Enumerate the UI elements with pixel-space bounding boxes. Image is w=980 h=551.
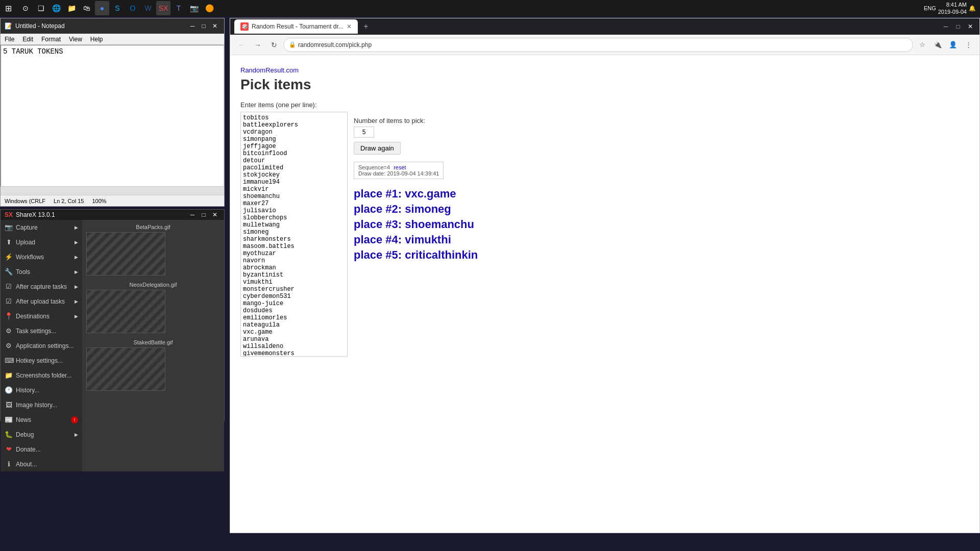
notepad-close[interactable]: ✕ [210, 21, 220, 31]
sidebar-item-donate[interactable]: ❤ Donate... [1, 442, 82, 457]
taskbar-word[interactable]: W [141, 1, 155, 15]
notepad-textarea[interactable]: 5 TARUK TOKENS [1, 45, 224, 187]
url-lock-icon: 🔒 [289, 41, 296, 48]
site-link[interactable]: RandomResult.com [240, 66, 299, 74]
sidebar-item-about[interactable]: ℹ About... [1, 457, 82, 471]
browser-close[interactable]: ✕ [965, 21, 975, 32]
result-1: place #1: vxc.game [354, 187, 478, 201]
taskbar-chrome[interactable]: ● [95, 1, 109, 15]
sidebar-item-capture[interactable]: 📷 Capture [1, 220, 82, 235]
items-row: tobitos battleexplorers vcdragon simonpa… [240, 112, 969, 359]
extension-btn[interactable]: 🔌 [930, 38, 945, 52]
sidebar-item-history[interactable]: 🕐 History... [1, 383, 82, 397]
task-settings-icon: ⚙ [5, 327, 13, 335]
url-text: randomresult.com/pick.php [298, 41, 372, 48]
draw-button[interactable]: Draw again [354, 142, 401, 155]
sidebar-item-news[interactable]: 📰 News ! [1, 412, 82, 427]
refresh-button[interactable]: ↻ [267, 38, 281, 52]
gif-title-1: BetaPacks.gif [86, 224, 220, 230]
reset-link[interactable]: reset [394, 164, 406, 170]
hotkey-icon: ⌨ [5, 357, 13, 364]
sidebar-item-app-settings[interactable]: ⚙ Application settings... [1, 338, 82, 353]
sidebar-item-upload[interactable]: ⬆ Upload [1, 235, 82, 249]
notepad-menu-format[interactable]: Format [37, 34, 65, 44]
notepad-menu-view[interactable]: View [65, 34, 86, 44]
notepad-scrollbar-h[interactable] [1, 187, 224, 195]
num-input[interactable] [354, 127, 374, 138]
sidebar-item-debug[interactable]: 🐛 Debug [1, 427, 82, 442]
browser-maximize[interactable]: □ [953, 21, 963, 32]
news-icon: 📰 [5, 416, 13, 423]
taskbar-edge[interactable]: 🌐 [49, 1, 63, 15]
sidebar-item-hotkey[interactable]: ⌨ Hotkey settings... [1, 353, 82, 368]
url-bar[interactable]: 🔒 randomresult.com/pick.php [283, 38, 913, 52]
start-button[interactable]: ⊞ [0, 0, 16, 16]
browser-minimize[interactable]: ─ [941, 21, 951, 32]
sidebar-item-image-history[interactable]: 🖼 Image history... [1, 397, 82, 412]
taskbar-misc2[interactable]: 🟠 [202, 1, 216, 15]
sidebar-item-task-settings[interactable]: ⚙ Task settings... [1, 323, 82, 338]
num-row [354, 127, 478, 138]
taskbar-skype[interactable]: S [110, 1, 125, 15]
taskbar-icons: ⊙ ❑ 🌐 📁 🛍 ● S O W SX T 📷 🟠 [16, 1, 218, 15]
gif-thumb-1 [86, 232, 165, 276]
new-tab-button[interactable]: + [360, 20, 372, 33]
taskbar-teams[interactable]: T [172, 1, 186, 15]
bookmark-btn[interactable]: ☆ [915, 38, 929, 52]
sharex-main: BetaPacks.gif NeoxDelegation.gif StakedB… [82, 220, 224, 471]
image-history-icon: 🖼 [5, 401, 13, 409]
browser-actions: ☆ 🔌 👤 ⋮ [915, 38, 975, 52]
notepad-titlebar: 📝 Untitled - Notepad ─ □ ✕ [1, 18, 224, 34]
notepad-menu-help[interactable]: Help [86, 34, 107, 44]
results-section: place #1: vxc.game place #2: simoneg pla… [354, 187, 478, 262]
taskbar-lang: ENG [924, 5, 936, 11]
sharex-minimize[interactable]: ─ [187, 210, 198, 220]
sharex-window: SX ShareX 13.0.1 ─ □ ✕ 📷 Capture ⬆ Uploa… [0, 209, 225, 421]
sidebar-item-destinations[interactable]: 📍 Destinations [1, 309, 82, 323]
taskbar-search[interactable]: ⊙ [18, 1, 33, 15]
news-badge: ! [71, 416, 78, 423]
sidebar-item-screenshots[interactable]: 📁 Screenshots folder... [1, 368, 82, 383]
gif-item-1: BetaPacks.gif [86, 224, 220, 276]
gif-title-2: NeoxDelegation.gif [86, 282, 220, 288]
taskbar-file-explorer[interactable]: 📁 [64, 1, 79, 15]
sharex-close[interactable]: ✕ [210, 210, 220, 220]
taskbar-task-view[interactable]: ❑ [34, 1, 48, 15]
taskbar-misc1[interactable]: 📷 [187, 1, 201, 15]
browser-tab-active[interactable]: 🎲 Random Result - Tournament dr... ✕ [234, 19, 358, 34]
sequence-text: Sequence=4 [358, 164, 390, 170]
history-icon: 🕐 [5, 386, 13, 394]
notepad-menu-file[interactable]: File [1, 34, 18, 44]
taskbar-store[interactable]: 🛍 [80, 1, 94, 15]
tab-favicon: 🎲 [240, 22, 249, 31]
notepad-maximize[interactable]: □ [199, 21, 209, 31]
notepad-minimize[interactable]: ─ [187, 21, 198, 31]
forward-button[interactable]: → [251, 38, 265, 52]
sharex-maximize[interactable]: □ [199, 210, 209, 220]
notepad-line-col: Ln 2, Col 15 [54, 198, 84, 204]
taskbar-sharex[interactable]: SX [156, 1, 170, 15]
capture-icon: 📷 [5, 223, 13, 231]
items-textarea[interactable]: tobitos battleexplorers vcdragon simonpa… [240, 112, 348, 357]
taskbar-outlook[interactable]: O [126, 1, 140, 15]
notepad-window: 📝 Untitled - Notepad ─ □ ✕ File Edit For… [0, 18, 225, 207]
after-upload-icon: ☑ [5, 297, 13, 305]
donate-icon: ❤ [5, 445, 13, 453]
sidebar-item-workflows[interactable]: ⚡ Workflows [1, 249, 82, 264]
back-button[interactable]: ← [234, 38, 249, 52]
tab-close[interactable]: ✕ [347, 23, 352, 30]
after-capture-icon: ☑ [5, 283, 13, 290]
menu-btn[interactable]: ⋮ [961, 38, 975, 52]
app-settings-icon: ⚙ [5, 342, 13, 349]
profile-btn[interactable]: 👤 [946, 38, 960, 52]
notepad-menu-edit[interactable]: Edit [18, 34, 37, 44]
browser-window: 🎲 Random Result - Tournament dr... ✕ + ─… [230, 18, 980, 533]
taskbar-notification[interactable]: 🔔 [969, 5, 976, 12]
sidebar-item-tools[interactable]: 🔧 Tools [1, 264, 82, 279]
result-3: place #3: shoemanchu [354, 218, 478, 231]
sidebar-item-after-capture[interactable]: ☑ After capture tasks [1, 279, 82, 294]
result-5: place #5: criticalthinkin [354, 248, 478, 262]
browser-titlebar: 🎲 Random Result - Tournament dr... ✕ + ─… [230, 18, 979, 35]
sidebar-item-after-upload[interactable]: ☑ After upload tasks [1, 294, 82, 309]
workflows-icon: ⚡ [5, 253, 13, 261]
